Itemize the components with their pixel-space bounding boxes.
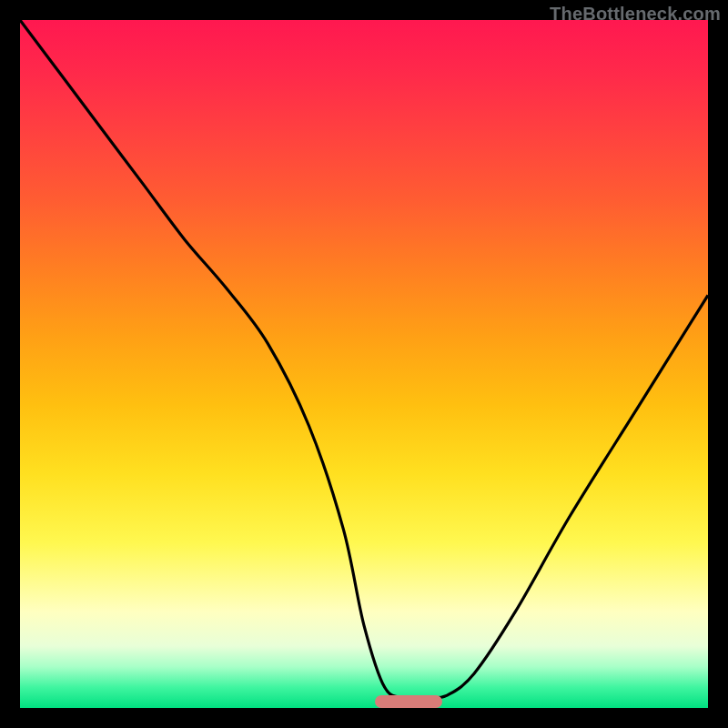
chart-background-gradient xyxy=(20,20,708,708)
chart-frame xyxy=(20,20,708,708)
optimal-range-marker xyxy=(375,695,442,708)
